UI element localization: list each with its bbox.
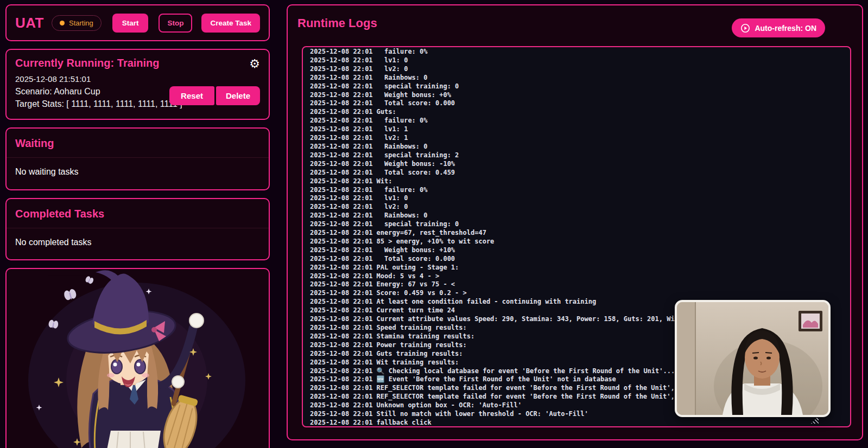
- app-title: UAT: [15, 15, 44, 31]
- log-message: energy=67, rest_threshold=47: [377, 229, 486, 236]
- create-task-button[interactable]: Create Task: [201, 14, 260, 33]
- log-time: 2025-12-08 22:01: [310, 324, 373, 331]
- reset-button[interactable]: Reset: [169, 86, 214, 105]
- log-message: Total score: 0.459: [377, 169, 455, 176]
- log-message: Wit:: [377, 177, 392, 185]
- log-line: 2025-12-08 22:01 special training: 0: [310, 82, 843, 91]
- log-line: 2025-12-08 22:01 Rainbows: 0: [310, 212, 843, 220]
- divider: [7, 157, 269, 158]
- log-line: 2025-12-08 22:01 Rainbows: 0: [310, 74, 843, 82]
- log-message: Rainbows: 0: [377, 212, 428, 219]
- log-message: PAL outing - Stage 1:: [377, 264, 459, 271]
- log-message: Total score: 0.000: [377, 255, 455, 263]
- log-line: 2025-12-08 22:01 Total score: 0.000: [310, 255, 843, 264]
- log-time: 2025-12-08 22:01: [310, 177, 373, 185]
- log-time: 2025-12-08 22:01: [310, 203, 373, 210]
- log-line: 2025-12-08 22:01Wit:: [310, 177, 843, 186]
- log-message: Rainbows: 0: [377, 143, 428, 150]
- log-time: 2025-12-08 22:01: [310, 341, 373, 349]
- log-message: 🔍 Checking local database for event 'Bef…: [377, 367, 675, 375]
- log-line: 2025-12-08 22:01energy=67, rest_threshol…: [310, 229, 843, 238]
- log-message: lv2: 0: [377, 65, 408, 73]
- log-time: 2025-12-08 22:01: [310, 306, 373, 314]
- log-line: 2025-12-08 22:0185 > energy, +10% to wit…: [310, 238, 843, 246]
- start-button[interactable]: Start: [112, 14, 149, 33]
- completed-title: Completed Tasks: [15, 208, 260, 220]
- character-card: [5, 268, 270, 448]
- log-message: lv2: 1: [377, 134, 408, 142]
- log-line: 2025-12-08 22:01 special training: 0: [310, 220, 843, 229]
- log-line: 2025-12-08 22:01 Rainbows: 0: [310, 143, 843, 151]
- log-line: 2025-12-08 22:01 failure: 0%: [310, 117, 843, 125]
- webcam-overlay[interactable]: [675, 300, 831, 417]
- current-task-started-at: 2025-12-08 21:51:01: [15, 74, 260, 84]
- log-time: 2025-12-08 22:01: [310, 264, 373, 271]
- left-column: UAT Starting Start Stop Create Task Curr…: [5, 4, 270, 448]
- log-message: lv1: 0: [377, 194, 408, 202]
- current-task-card: Currently Running: Training ⚙ 2025-12-08…: [5, 49, 270, 120]
- log-time: 2025-12-08 22:01: [310, 99, 373, 107]
- log-message: special training: 0: [377, 82, 459, 90]
- log-line: 2025-12-08 22:01 special training: 2: [310, 151, 843, 160]
- log-message: lv1: 1: [377, 125, 408, 133]
- gear-icon[interactable]: ⚙: [249, 58, 260, 70]
- log-time: 2025-12-08 22:01: [310, 169, 373, 176]
- log-time: 2025-12-08 22:01: [310, 151, 373, 159]
- stop-button[interactable]: Stop: [159, 14, 192, 33]
- log-time: 2025-12-08 22:01: [310, 74, 373, 81]
- log-time: 2025-12-08 22:01: [310, 212, 373, 219]
- log-message: Stamina training results:: [377, 332, 475, 340]
- log-time: 2025-12-08 22:01: [310, 143, 373, 150]
- log-time: 2025-12-08 22:01: [310, 419, 373, 426]
- log-message: REF_SELECTOR template failed for event '…: [377, 384, 726, 392]
- log-message: fallback click: [377, 419, 432, 426]
- log-line: 2025-12-08 22:01 lv2: 0: [310, 65, 843, 74]
- log-message: Power training results:: [377, 341, 467, 349]
- uat-header-card: UAT Starting Start Stop Create Task: [5, 4, 270, 41]
- log-message: Weight bonus: -10%: [377, 160, 455, 168]
- log-line: 2025-12-08 22:01 Weight bonus: -10%: [310, 160, 843, 169]
- log-message: Weight bonus: +10%: [377, 246, 455, 254]
- log-line: 2025-12-08 22:01 lv1: 0: [310, 194, 843, 203]
- log-time: 2025-12-08 22:01: [310, 255, 373, 263]
- log-message: Score: 0.459 vs 0.2 - >: [377, 289, 467, 297]
- auto-refresh-button[interactable]: Auto-refresh: ON: [732, 18, 825, 37]
- log-time: 2025-12-08 22:01: [310, 91, 373, 99]
- log-time: 2025-12-08 22:01: [310, 359, 373, 366]
- divider: [7, 228, 269, 228]
- log-line: 2025-12-08 22:01 lv2: 0: [310, 203, 843, 212]
- log-line: 2025-12-08 22:01 Total score: 0.459: [310, 169, 843, 177]
- log-line: 2025-12-08 22:01 Total score: 0.000: [310, 99, 843, 108]
- log-time: 2025-12-08 22:01: [310, 289, 373, 297]
- current-task-title: Currently Running: Training: [15, 57, 160, 69]
- log-message: Unknown option box - OCR: 'Auto-Fill': [377, 401, 522, 409]
- log-time: 2025-12-08 22:01: [310, 134, 373, 142]
- log-time: 2025-12-08 22:01: [310, 48, 373, 55]
- log-message: lv2: 0: [377, 203, 408, 210]
- waiting-title: Waiting: [15, 137, 260, 150]
- log-line: 2025-12-08 22:01 Weight bonus: +10%: [310, 246, 843, 255]
- log-message: At least one condition failed - continui…: [377, 298, 597, 305]
- delete-button[interactable]: Delete: [216, 86, 260, 105]
- log-message: Guts training results:: [377, 350, 463, 357]
- current-task-actions: Reset Delete: [169, 86, 260, 105]
- log-message: Current attribute values Speed: 290, Sta…: [377, 315, 726, 323]
- log-time: 2025-12-08 22:01: [310, 384, 373, 392]
- log-message: Weight bonus: +0%: [377, 91, 451, 99]
- log-message: Mood: 5 vs 4 - >: [377, 272, 440, 280]
- webcam-image: [677, 302, 828, 415]
- log-time: 2025-12-08 22:01: [310, 117, 373, 124]
- log-line: 2025-12-08 22:01Mood: 5 vs 4 - >: [310, 272, 843, 281]
- log-message: Total score: 0.000: [377, 99, 455, 107]
- waiting-empty-text: No waiting tasks: [15, 167, 260, 177]
- log-time: 2025-12-08 22:01: [310, 56, 373, 64]
- log-line: 2025-12-08 22:01 Weight bonus: +0%: [310, 91, 843, 100]
- waiting-card: Waiting No waiting tasks: [5, 127, 270, 190]
- log-message: Guts:: [377, 108, 396, 116]
- log-message: special training: 2: [377, 151, 459, 159]
- log-line: 2025-12-08 22:01 lv1: 1: [310, 125, 843, 134]
- log-time: 2025-12-08 22:01: [310, 315, 373, 323]
- log-time: 2025-12-08 22:01: [310, 280, 373, 288]
- log-time: 2025-12-08 22:01: [310, 393, 373, 400]
- status-badge: Starting: [52, 15, 102, 31]
